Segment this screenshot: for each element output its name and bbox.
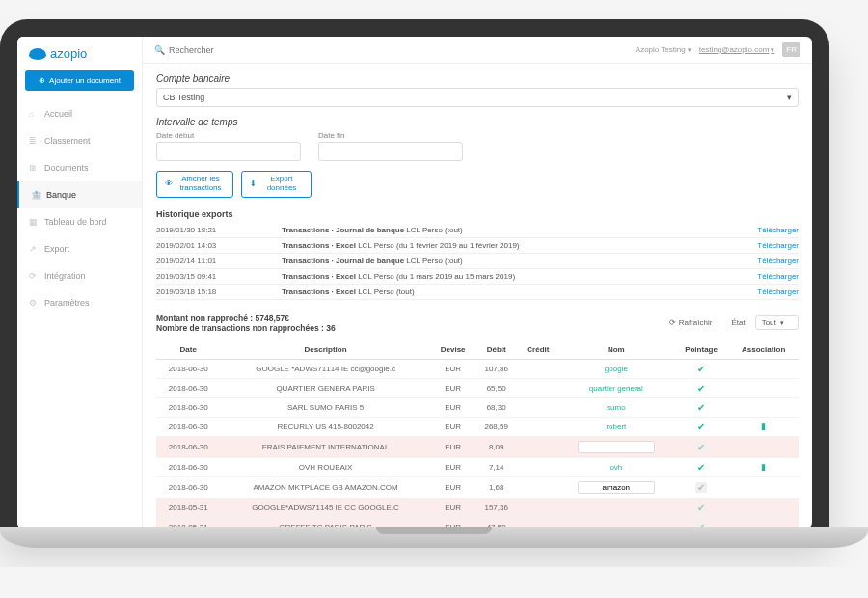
sidebar-item-paramètres[interactable]: ⚙Paramètres <box>17 289 142 316</box>
cell-credit <box>518 378 558 397</box>
cell-description: SARL SUMO PARIS 5 <box>221 397 431 417</box>
cell-currency: EUR <box>431 397 475 417</box>
check-icon[interactable]: ✔ <box>695 482 707 493</box>
name-input[interactable] <box>578 481 655 494</box>
cell-pointage: ✔ <box>674 417 729 436</box>
show-transactions-button[interactable]: 👁 Afficher les transactions <box>156 171 233 198</box>
check-icon[interactable]: ✔ <box>695 442 707 452</box>
cell-currency: EUR <box>431 417 475 436</box>
topbar: 🔍 Azopio Testing▾ testing@azopio.com▾ FR <box>143 37 812 64</box>
download-link[interactable]: Télécharger <box>757 272 799 281</box>
col-date[interactable]: Date <box>156 340 221 360</box>
cell-credit <box>518 498 558 517</box>
cell-debit: 65,50 <box>475 378 518 397</box>
col-debit[interactable]: Débit <box>475 340 518 360</box>
col-description[interactable]: Description <box>221 340 431 360</box>
eye-icon: 👁 <box>165 179 173 188</box>
user-email-link[interactable]: testing@azopio.com▾ <box>699 45 775 54</box>
state-select[interactable]: Tout ▾ <box>755 315 799 330</box>
cell-date: 2018-06-30 <box>156 417 221 436</box>
nav-icon: ▦ <box>29 217 39 227</box>
col-association[interactable]: Association <box>728 340 799 360</box>
language-badge[interactable]: FR <box>782 42 800 57</box>
history-desc: Transactions · Excel LCL Perso (du 1 mar… <box>282 272 757 281</box>
check-icon[interactable]: ✔ <box>697 383 705 394</box>
cell-name: quartier general <box>558 378 674 397</box>
check-icon[interactable]: ✔ <box>697 402 705 413</box>
cell-debit: 107,86 <box>475 359 518 378</box>
nav-icon: 🏦 <box>31 190 41 200</box>
col-pointage[interactable]: Pointage <box>674 340 729 360</box>
add-document-button[interactable]: ⊕ Ajouter un document <box>25 70 134 91</box>
name-link[interactable]: quartier general <box>589 384 643 393</box>
association-icon[interactable]: ▮ <box>761 421 766 431</box>
date-end-input[interactable] <box>318 142 463 161</box>
search-icon: 🔍 <box>154 45 165 55</box>
sidebar-item-label: Paramètres <box>44 298 90 308</box>
cell-date: 2018-06-30 <box>156 378 221 397</box>
history-timestamp: 2019/01/30 18:21 <box>156 226 282 234</box>
check-icon[interactable]: ✔ <box>695 503 707 513</box>
date-start-input[interactable] <box>156 142 301 161</box>
sidebar-item-label: Export <box>44 244 69 254</box>
cell-pointage: ✔ <box>674 498 729 517</box>
download-link[interactable]: Télécharger <box>757 226 799 234</box>
refresh-button[interactable]: ⟳ Rafraîchir <box>669 318 713 327</box>
cell-debit: 7,14 <box>475 457 518 476</box>
sidebar-item-accueil[interactable]: ⌂Accueil <box>17 100 142 127</box>
date-end-label: Date fin <box>318 131 463 140</box>
laptop-base <box>0 527 868 548</box>
plus-icon: ⊕ <box>39 76 45 85</box>
name-link[interactable]: ovh <box>610 463 622 472</box>
export-data-button[interactable]: ⬇ Export données <box>241 171 312 198</box>
cell-currency: EUR <box>431 476 475 498</box>
table-row: 2018-05-31GOOGLE*ADWS71145 IE CC GOOGLE.… <box>156 498 799 517</box>
history-timestamp: 2019/02/01 14:03 <box>156 241 282 250</box>
cell-name <box>558 436 674 457</box>
association-icon[interactable]: ▮ <box>761 462 766 472</box>
account-section-title: Compte bancaire <box>156 73 799 84</box>
download-link[interactable]: Télécharger <box>757 257 799 265</box>
cell-association <box>728 397 799 417</box>
history-desc: Transactions · Excel LCL Perso (tout) <box>282 287 757 296</box>
col-credit[interactable]: Crédit <box>518 340 558 360</box>
check-icon[interactable]: ✔ <box>697 462 705 473</box>
check-icon[interactable]: ✔ <box>697 421 705 432</box>
search-input[interactable] <box>169 45 285 55</box>
cell-name <box>558 498 674 517</box>
nav-icon: ⟳ <box>29 271 39 281</box>
nav-icon: ↗ <box>29 244 39 254</box>
sidebar-item-label: Accueil <box>44 109 72 119</box>
download-link[interactable]: Télécharger <box>757 241 799 250</box>
sidebar-item-label: Banque <box>46 190 76 200</box>
account-select[interactable]: CB Testing ▾ <box>156 88 799 107</box>
sidebar-item-tableau-de-bord[interactable]: ▦Tableau de bord <box>17 208 142 235</box>
history-timestamp: 2019/03/15 09:41 <box>156 272 282 281</box>
cell-association <box>728 378 799 397</box>
summary-text: Montant non rapproché : 5748,57€ Nombre … <box>156 313 336 333</box>
col-currency[interactable]: Devise <box>431 340 475 360</box>
sidebar-item-intégration[interactable]: ⟳Intégration <box>17 262 142 289</box>
name-link[interactable]: robert <box>606 422 626 431</box>
download-link[interactable]: Télécharger <box>757 287 799 296</box>
name-link[interactable]: google <box>605 365 628 373</box>
name-link[interactable]: sumo <box>607 403 626 412</box>
cell-debit: 68,30 <box>475 397 518 417</box>
table-row: 2018-06-30AMAZON MKTPLACE GB AMAZON.COME… <box>156 476 799 498</box>
cell-association: ▮ <box>728 417 799 436</box>
cell-credit <box>518 359 558 378</box>
cell-date: 2018-06-30 <box>156 397 221 417</box>
col-name[interactable]: Nom <box>558 340 674 360</box>
cell-association <box>728 436 799 457</box>
sidebar-item-export[interactable]: ↗Export <box>17 235 142 262</box>
check-icon[interactable]: ✔ <box>697 364 705 374</box>
history-list: 2019/01/30 18:21Transactions · Journal d… <box>156 223 799 300</box>
sidebar-item-documents[interactable]: 🗎Documents <box>17 154 142 181</box>
cell-debit: 157,36 <box>475 498 518 517</box>
name-input[interactable] <box>578 441 655 453</box>
sidebar-item-classement[interactable]: ≣Classement <box>17 127 142 154</box>
sidebar-item-banque[interactable]: 🏦Banque <box>17 181 142 208</box>
tenant-switcher[interactable]: Azopio Testing▾ <box>636 45 692 54</box>
cell-currency: EUR <box>431 359 475 378</box>
cell-credit <box>518 436 558 457</box>
